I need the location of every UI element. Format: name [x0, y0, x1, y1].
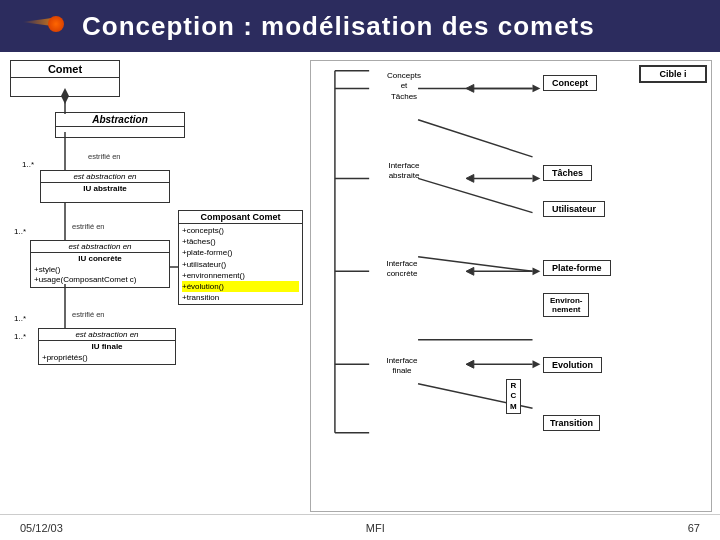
comet-class-title: Comet	[11, 61, 119, 78]
iu-finale-class: est abstraction en IU finale +propriétés…	[38, 328, 176, 365]
iu-finale-subtitle: est abstraction en	[39, 329, 175, 341]
method-evolution: +évolution()	[182, 281, 299, 292]
cible-box: Cible i	[639, 65, 707, 83]
rcm-box: R C M	[506, 379, 521, 414]
iu-concrete-subtitle: est abstraction en	[31, 241, 169, 253]
footer-date: 05/12/03	[20, 522, 63, 534]
main-content: Comet Abstraction estrifié en est abstra…	[0, 52, 720, 540]
method-proprietes: +propriétés()	[42, 353, 172, 363]
comet-image	[16, 8, 66, 44]
svg-marker-29	[466, 267, 474, 275]
iu-concrete-header: IU concrète	[31, 253, 169, 264]
composant-title: Composant Comet	[179, 211, 302, 224]
plate-forme-box: Plate-forme	[543, 260, 611, 276]
mult-label-4: 1..*	[14, 332, 26, 341]
svg-line-8	[418, 178, 532, 212]
environnement-box: Environ- nement	[543, 293, 589, 317]
mult-label-2: 1..*	[14, 227, 26, 236]
svg-marker-26	[533, 360, 541, 368]
abstraction-box: Abstraction	[55, 112, 185, 138]
concept-box: Concept	[543, 75, 597, 91]
iu-concrete-class: est abstraction en IU concrète +style() …	[30, 240, 170, 288]
estrifie-label-2: estrifié en	[72, 222, 105, 231]
interface-abstraite-label: Interface abstraite	[369, 161, 439, 182]
method-concepts: +concepts()	[182, 225, 299, 236]
iu-finale-header: IU finale	[39, 341, 175, 352]
comet-box: Comet	[10, 60, 120, 97]
transition-box: Transition	[543, 415, 600, 431]
concepts-taches-label: Concepts et Tâches	[369, 71, 439, 102]
method-style: +style()	[34, 265, 166, 275]
iu-abstraite-class: est abstraction en IU abstraite	[40, 170, 170, 203]
svg-marker-22	[533, 174, 541, 182]
iu-abstraite-subtitle: est abstraction en	[41, 171, 169, 183]
mult-label-3: 1..*	[14, 314, 26, 323]
composant-comet-box: Composant Comet +concepts() +tâches() +p…	[178, 210, 303, 305]
method-taches: +tâches()	[182, 236, 299, 247]
svg-marker-28	[466, 174, 474, 182]
taches-box: Tâches	[543, 165, 592, 181]
right-panel: Cible i Concepts et Tâches Interface abs…	[310, 60, 712, 512]
abstraction-header: Abstraction	[56, 113, 184, 127]
iu-abstraite-header: IU abstraite	[41, 183, 169, 194]
svg-line-7	[418, 120, 532, 157]
svg-marker-30	[466, 360, 474, 368]
method-transition: +transition	[182, 292, 299, 303]
method-utilisateur: +utilisateur()	[182, 259, 299, 270]
footer: 05/12/03 MFI 67	[0, 514, 720, 540]
right-connectors	[311, 61, 711, 511]
estrifie-label-3: estrifié en	[72, 310, 105, 319]
estrifie-label-1: estrifié en	[88, 152, 121, 161]
header: Conception : modélisation des comets	[0, 0, 720, 52]
page-title: Conception : modélisation des comets	[82, 11, 595, 42]
interface-concrete-label: Interface concrète	[366, 259, 438, 280]
left-panel: Comet Abstraction estrifié en est abstra…	[0, 52, 310, 540]
mult-label-1: 1..*	[22, 160, 34, 169]
composant-methods: +concepts() +tâches() +plate-forme() +ut…	[179, 224, 302, 304]
iu-concrete-box: est abstraction en IU concrète +style() …	[30, 240, 170, 288]
svg-marker-20	[533, 84, 541, 92]
interface-finale-label: Interface finale	[366, 356, 438, 377]
footer-page: 67	[688, 522, 700, 534]
utilisateur-box: Utilisateur	[543, 201, 605, 217]
method-environnement: +environnement()	[182, 270, 299, 281]
method-usage: +usage(ComposantComet c)	[34, 275, 166, 285]
svg-marker-24	[533, 267, 541, 275]
abstraction-class: Abstraction	[55, 112, 185, 138]
evolution-box: Evolution	[543, 357, 602, 373]
footer-center: MFI	[366, 522, 385, 534]
svg-marker-27	[466, 84, 474, 92]
method-plate-forme: +plate-forme()	[182, 247, 299, 258]
cible-label: Cible i	[659, 69, 686, 79]
iu-finale-box: est abstraction en IU finale +propriétés…	[38, 328, 176, 365]
iu-abstraite-box: est abstraction en IU abstraite	[40, 170, 170, 203]
comet-class-box: Comet	[10, 60, 120, 97]
